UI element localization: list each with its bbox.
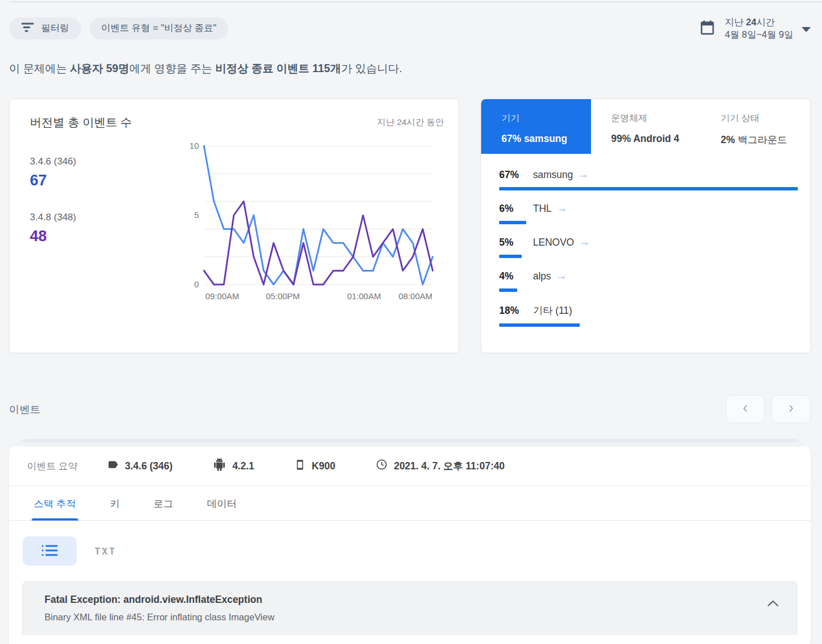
summary-segment: 이 문제에는 [9,62,70,74]
device-name[interactable]: samsung [533,169,573,181]
x-axis-tick: 01:00AM [347,291,381,301]
exception-panel-header[interactable]: Fatal Exception: android.view.InflateExc… [23,581,797,635]
device-row-top: 6%THL→ [499,202,798,215]
txt-view-button[interactable]: TXT [95,546,117,557]
version-stat: 3.4.8 (348)48 [30,212,185,245]
events-section-header: 이벤트 [9,395,811,423]
exception-title: Fatal Exception: android.view.InflateExc… [45,594,274,606]
chart-title: 버전별 총 이벤트 수 [30,114,132,130]
device-row-top: 4%alps→ [499,270,798,282]
device-name[interactable]: THL [533,203,552,215]
stats-tab-label: 운영체제 [611,113,701,125]
device-percent: 4% [499,270,533,282]
stats-tab-percent: 99% [611,133,633,144]
stats-tab-label: 기기 상태 [721,113,810,125]
y-axis-tick: 10 [189,141,199,150]
y-axis-tick: 5 [194,210,199,220]
overview-cards: 버전별 총 이벤트 수 지난 24시간 동안 3.4.6 (346)673.4.… [9,99,811,353]
device-percent: 67% [499,169,533,181]
version-label: 3.4.8 (348) [30,212,185,223]
impact-summary: 이 문제에는 사용자 59명에게 영향을 주는 비정상 종료 이벤트 115개가… [9,61,811,76]
series-line-3-4-6-346- [204,146,433,285]
date-range-line1: 지난 24시간 [725,16,793,28]
filter-button-label: 필터링 [41,22,69,34]
tab-logs[interactable]: 로그 [151,497,175,520]
list-view-button[interactable] [23,536,77,566]
filter-icon [21,22,34,35]
device-name[interactable]: alps [533,270,551,282]
device-row-top: 18%기타 (11) [499,304,798,317]
summary-segment: 비정상 종료 이벤트 115개 [215,62,341,74]
stats-tab-value: 67% samsung [501,133,591,145]
x-axis-tick: 05:00PM [266,291,300,301]
event-meta-text: 2021. 4. 7. 오후 11:07:40 [394,459,505,473]
exception-subtitle: Binary XML file line #45: Error inflatin… [45,612,274,623]
stats-tab-percent: 2% [721,134,737,145]
next-event-button[interactable] [771,395,811,423]
device-bar-track [499,187,798,190]
tag-icon [107,459,119,473]
arrow-right-icon[interactable]: → [579,236,590,248]
top-divider [10,2,822,2]
event-detail-tabs: 스택 추적키로그데이터 [9,486,811,521]
event-meta-clock: 2021. 4. 7. 오후 11:07:40 [376,459,505,473]
version-legend: 3.4.6 (346)673.4.8 (348)48 [30,138,185,310]
list-icon [41,544,58,559]
device-name[interactable]: LENOVO [533,237,574,248]
arrow-right-icon[interactable]: → [557,202,567,215]
events-line-chart: 051009:00AM05:00PM01:00AM08:00AM [185,138,444,310]
phone-icon [295,459,305,474]
summary-segment: 사용자 59명 [70,62,129,74]
chevron-left-icon [740,402,751,416]
tab-label: 스택 추적 [34,498,76,509]
stats-tabs: 기기67% samsung운영체제99% Android 4기기 상태2% 백그… [481,99,810,154]
device-row: 18%기타 (11) [499,304,798,327]
chevron-down-icon [802,27,811,32]
device-percent: 5% [499,237,533,248]
device-bar-track [499,255,798,258]
stats-tab-os[interactable]: 운영체제99% Android 4 [591,99,701,154]
device-name[interactable]: 기타 (11) [533,304,572,317]
event-meta-text: K900 [312,460,335,472]
stats-tab-device[interactable]: 기기67% samsung [481,99,591,154]
stats-tab-value: 99% Android 4 [611,133,701,145]
x-axis-tick: 09:00AM [205,291,239,301]
stats-tab-name: samsung [524,133,567,144]
device-bar [499,187,798,190]
event-meta-android: 4.2.1 [213,458,254,474]
device-row: 4%alps→ [499,270,798,292]
version-label: 3.4.6 (346) [30,156,185,167]
arrow-right-icon[interactable]: → [578,168,589,181]
device-row-top: 67%samsung→ [499,168,798,181]
stats-tab-name: 백그라운드 [738,134,788,145]
active-tab-indicator [32,518,78,521]
filter-bar: 필터링 이벤트 유형 = "비정상 종료" 지난 24시간 4월 8일~4월 9… [0,0,822,41]
tab-label: 키 [110,498,120,509]
tab-keys[interactable]: 키 [108,497,122,520]
device-list: 67%samsung→6%THL→5%LENOVO→4%alps→18%기타 (… [481,154,810,327]
device-bar-track [499,221,798,224]
event-type-filter-chip[interactable]: 이벤트 유형 = "비정상 종료" [90,17,229,39]
arrow-right-icon[interactable]: → [556,270,567,282]
tab-data[interactable]: 데이터 [205,497,239,520]
y-axis-tick: 0 [194,279,199,289]
version-count: 67 [30,172,185,189]
version-count: 48 [30,228,185,245]
chart-canvas: 051009:00AM05:00PM01:00AM08:00AM [185,138,444,308]
date-range-picker[interactable]: 지난 24시간 4월 8일~4월 9일 [699,16,811,41]
device-percent: 18% [499,305,533,317]
event-detail-card: 이벤트 요약 3.4.6 (346)4.2.1K9002021. 4. 7. 오… [9,446,811,644]
filter-button[interactable]: 필터링 [9,17,81,39]
event-meta-text: 3.4.6 (346) [125,460,173,472]
summary-segment: 가 있습니다. [341,62,402,74]
event-summary-label: 이벤트 요약 [27,460,78,473]
stats-tab-name: Android 4 [633,133,679,144]
version-stat: 3.4.6 (346)67 [30,156,185,189]
chart-subtitle: 지난 24시간 동안 [377,114,444,128]
device-row: 67%samsung→ [499,168,798,190]
stats-tab-device-state[interactable]: 기기 상태2% 백그라운드 [700,99,810,154]
tab-stack-trace[interactable]: 스택 추적 [32,497,78,520]
event-card-deck: 이벤트 요약 3.4.6 (346)4.2.1K9002021. 4. 7. 오… [9,439,811,644]
previous-event-button[interactable] [726,395,765,423]
event-summary-row: 이벤트 요약 3.4.6 (346)4.2.1K9002021. 4. 7. 오… [9,446,811,486]
